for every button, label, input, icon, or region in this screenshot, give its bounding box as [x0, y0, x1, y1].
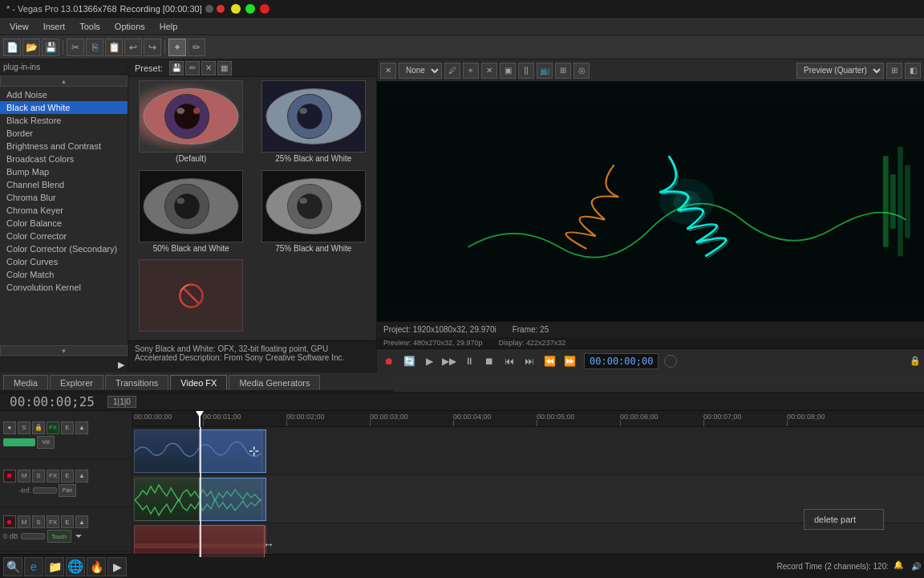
menu-options[interactable]: Options — [108, 20, 152, 33]
effect-color-balance[interactable]: Color Balance — [0, 217, 128, 230]
pointer-button[interactable]: ✦ — [168, 39, 186, 56]
preview-prev-frame[interactable]: ⏮ — [500, 352, 518, 370]
track-3-rec[interactable]: ⏺ — [3, 515, 16, 528]
undo-button[interactable]: ↩ — [124, 39, 142, 56]
track-3-mode[interactable]: Touch — [47, 530, 71, 543]
maximize-button[interactable] — [245, 4, 255, 14]
preview-loop-button[interactable]: 🔄 — [400, 352, 418, 370]
draw-button[interactable]: ✏ — [188, 39, 205, 56]
preset-25bw[interactable]: 25% Black and White — [254, 80, 374, 167]
preview-quality-dropdown[interactable]: Preview (Quarter) Preview (Full) — [796, 63, 884, 79]
preset-75bw[interactable]: 75% Black and White — [254, 170, 374, 257]
paste-button[interactable]: 📋 — [105, 39, 123, 56]
menu-tools[interactable]: Tools — [73, 20, 107, 33]
taskbar-vms[interactable]: ▶ — [107, 557, 127, 576]
effect-color-corrector[interactable]: Color Corrector — [0, 230, 128, 242]
effect-chroma-keyer[interactable]: Chroma Keyer — [0, 204, 128, 217]
track-3-dropdown[interactable] — [75, 535, 82, 538]
new-button[interactable]: 📄 — [3, 39, 21, 56]
track-3-env[interactable]: E — [61, 515, 74, 528]
tab-explorer[interactable]: Explorer — [50, 375, 103, 390]
track-2-rec[interactable]: ⏺ — [3, 470, 16, 482]
effect-convolution-kernel[interactable]: Convolution Kernel — [0, 281, 128, 294]
menu-help[interactable]: Help — [153, 20, 184, 33]
preset-50bw[interactable]: 50% Black and White — [132, 170, 251, 257]
tab-video-fx[interactable]: Video FX — [170, 375, 227, 390]
preview-pause-button[interactable]: ⏸ — [460, 352, 478, 370]
track-2-fx[interactable]: FX — [47, 470, 59, 482]
preview-scope-button[interactable]: ◎ — [573, 63, 590, 79]
track-1-solo[interactable]: S — [18, 421, 30, 434]
taskbar-search[interactable]: 🔍 — [3, 557, 22, 576]
preview-tool-4[interactable]: ▣ — [500, 63, 516, 79]
copy-button[interactable]: ⎘ — [86, 39, 103, 56]
effect-brightness[interactable]: Brightness and Contrast — [0, 140, 128, 153]
preview-stop-button[interactable]: ⏹ — [480, 352, 498, 370]
preview-settings-1[interactable]: ⊞ — [886, 63, 902, 79]
menu-view[interactable]: View — [3, 20, 35, 33]
context-menu-delete-part[interactable]: delete part — [804, 511, 883, 527]
track-1-vol[interactable]: Vol — [37, 436, 55, 449]
track-3-fx[interactable]: FX — [47, 515, 59, 528]
taskbar-burn[interactable]: 🔥 — [87, 557, 106, 576]
effect-add-noise[interactable]: Add Noise — [0, 88, 128, 101]
effect-black-white[interactable]: Black and White — [0, 101, 128, 114]
clip-resize-handle[interactable]: ↔ — [263, 538, 274, 551]
track-3-fader[interactable] — [21, 533, 45, 539]
open-button[interactable]: 📂 — [22, 39, 40, 56]
track-1-fx[interactable]: FX — [47, 421, 59, 434]
preview-none-dropdown[interactable]: None — [399, 63, 442, 79]
tab-transitions[interactable]: Transitions — [105, 375, 168, 390]
menu-insert[interactable]: Insert — [37, 20, 72, 33]
tab-media[interactable]: Media — [3, 375, 48, 390]
taskbar-ie[interactable]: e — [24, 557, 43, 576]
track-2-fader[interactable] — [33, 487, 57, 494]
preview-settings-2[interactable]: ◧ — [905, 63, 921, 79]
redo-button[interactable]: ↪ — [144, 39, 161, 56]
preview-close-button[interactable]: ✕ — [380, 63, 396, 79]
track-1-mute[interactable]: ● — [3, 421, 16, 434]
preset-edit-button[interactable]: ✏ — [185, 61, 200, 75]
panel-expand-button[interactable]: ▶ — [0, 356, 128, 372]
preview-next-frame[interactable]: ⏭ — [521, 352, 538, 370]
preset-save-button[interactable]: 💾 — [169, 61, 184, 75]
audio2-selected-region[interactable] — [199, 525, 265, 557]
track-2-collapse[interactable]: ▲ — [75, 470, 88, 482]
track-1-lock[interactable]: 🔒 — [32, 421, 45, 434]
preset-default[interactable]: (Default) — [132, 80, 251, 167]
preview-skip-back[interactable]: ⏪ — [541, 352, 558, 370]
save-button[interactable]: 💾 — [42, 39, 59, 56]
preview-lock-button[interactable]: 🔒 — [910, 356, 921, 366]
track-2-env[interactable]: E — [61, 470, 74, 482]
preview-skip-fwd[interactable]: ⏩ — [561, 352, 578, 370]
scroll-up-arrow[interactable]: ▲ — [0, 75, 128, 87]
track-1-collapse[interactable]: ▲ — [75, 421, 88, 434]
effect-color-corrector-secondary[interactable]: Color Corrector (Secondary) — [0, 242, 128, 255]
taskbar-chrome[interactable]: 🌐 — [66, 557, 85, 576]
preview-tool-3[interactable]: ✕ — [481, 63, 497, 79]
preview-tool-1[interactable]: 🖊 — [444, 63, 460, 79]
preset-noentry[interactable] — [132, 259, 251, 337]
track-1-env[interactable]: E — [61, 421, 74, 434]
effect-bump-map[interactable]: Bump Map — [0, 165, 128, 178]
preview-split-button[interactable]: || — [518, 63, 534, 79]
preview-grid-button[interactable]: ⊞ — [555, 63, 571, 79]
close-button[interactable] — [260, 4, 270, 14]
effect-channel-blend[interactable]: Channel Blend — [0, 178, 128, 191]
track-1-level[interactable] — [3, 438, 35, 446]
effect-color-match[interactable]: Color Match — [0, 268, 128, 281]
tab-media-generators[interactable]: Media Generators — [229, 375, 320, 390]
track-2-solo[interactable]: S — [32, 470, 45, 482]
audio-selected-region[interactable] — [199, 478, 266, 521]
effect-border[interactable]: Border — [0, 127, 128, 140]
minimize-button[interactable] — [231, 4, 241, 14]
scroll-down-arrow[interactable]: ▼ — [0, 345, 128, 356]
taskbar-notify[interactable]: 🔔 — [894, 560, 906, 573]
track-3-collapse[interactable]: ▲ — [75, 515, 88, 528]
effect-color-curves[interactable]: Color Curves — [0, 255, 128, 268]
preset-delete-button[interactable]: ✕ — [201, 61, 216, 75]
preview-play-button[interactable]: ▶ — [420, 352, 438, 370]
track-3-solo[interactable]: S — [32, 515, 45, 528]
track-2-mute[interactable]: M — [18, 470, 30, 482]
preview-ext-monitor[interactable]: 📺 — [537, 63, 553, 79]
